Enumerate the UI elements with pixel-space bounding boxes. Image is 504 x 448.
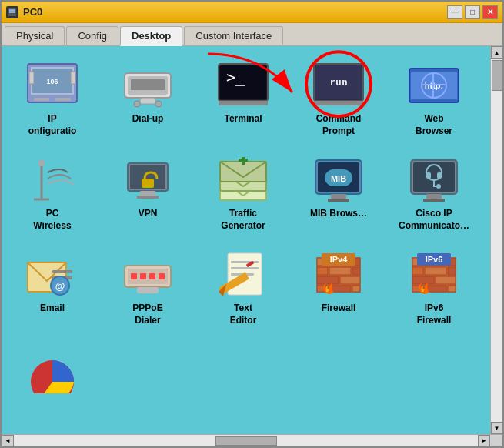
main-window: PC0 — □ ✕ Physical Config Desktop Custom… — [0, 0, 504, 448]
scroll-down-button[interactable]: ▼ — [491, 422, 503, 434]
command-prompt-label: CommandPrompt — [316, 113, 362, 137]
app-firewall[interactable]: IPv4 Firewall — [292, 240, 385, 332]
app-pc-wireless[interactable]: PCWireless — [6, 145, 98, 237]
svg-rect-29 — [432, 73, 434, 98]
app-ipv6-firewall[interactable]: IPv6 IPv6Firewall — [388, 240, 480, 332]
command-prompt-icon: run — [311, 58, 366, 113]
svg-rect-82 — [352, 267, 360, 275]
app-pie-chart[interactable] — [6, 336, 98, 420]
app-mib-browser[interactable]: MIB MIB Brows… — [292, 145, 385, 237]
pc-wireless-icon — [25, 152, 80, 208]
app-terminal[interactable]: >_ Terminal — [197, 51, 289, 142]
vertical-scrollbar: ▲ ▼ — [490, 46, 502, 434]
svg-text:@: @ — [55, 280, 65, 292]
svg-point-54 — [436, 184, 441, 189]
svg-rect-100 — [448, 286, 456, 292]
tab-custom-interface[interactable]: Custom Interface — [184, 26, 283, 45]
svg-rect-69 — [137, 287, 159, 293]
app-email[interactable]: @ Email — [6, 240, 98, 332]
svg-rect-12 — [131, 79, 165, 90]
firewall-label: Firewall — [322, 303, 356, 315]
ipv6-firewall-label: IPv6Firewall — [417, 303, 452, 326]
app-traffic-gen[interactable]: TrafficGenerator — [197, 145, 289, 237]
close-button[interactable]: ✕ — [482, 5, 498, 19]
svg-rect-83 — [317, 276, 339, 284]
hscroll-thumb[interactable] — [215, 436, 277, 446]
svg-text:>_: >_ — [226, 68, 245, 86]
svg-rect-68 — [159, 273, 165, 279]
svg-rect-1 — [9, 9, 15, 13]
window-controls: — □ ✕ — [447, 5, 498, 19]
scrollbar-corner — [490, 435, 502, 447]
window-icon — [6, 6, 18, 18]
svg-text:IPv6: IPv6 — [426, 255, 443, 264]
tab-physical[interactable]: Physical — [5, 26, 65, 45]
desktop-area: 106 IPonfiguratio — [2, 46, 490, 434]
svg-rect-65 — [131, 273, 137, 279]
svg-rect-93 — [412, 267, 423, 275]
traffic-gen-label: TrafficGenerator — [221, 208, 265, 232]
svg-rect-7 — [55, 98, 71, 101]
scroll-track[interactable] — [491, 59, 502, 422]
scroll-right-button[interactable]: ► — [478, 435, 490, 447]
terminal-label: Terminal — [224, 113, 262, 125]
pie-chart-icon — [25, 343, 80, 398]
app-web-browser[interactable]: http: WebBrowser — [388, 51, 480, 142]
svg-rect-52 — [426, 172, 431, 179]
content-area: 106 IPonfiguratio — [2, 46, 502, 446]
hscroll-track[interactable] — [14, 435, 478, 446]
app-pppoe[interactable]: PPPoEDialer — [102, 240, 194, 332]
svg-rect-58 — [52, 270, 72, 273]
app-command-prompt[interactable]: run CommandPrompt — [292, 51, 385, 142]
svg-point-15 — [155, 101, 162, 107]
svg-rect-87 — [352, 286, 360, 292]
app-vpn[interactable]: VPN — [102, 145, 194, 237]
svg-text:106: 106 — [46, 78, 58, 85]
svg-rect-8 — [29, 72, 34, 84]
svg-rect-6 — [34, 98, 49, 101]
tab-desktop[interactable]: Desktop — [120, 26, 182, 46]
svg-rect-55 — [426, 194, 442, 199]
ipv6-firewall-icon: IPv6 — [406, 247, 462, 303]
svg-rect-56 — [423, 199, 445, 202]
app-cisco-ip-comm[interactable]: Cisco IPCommunicato… — [388, 145, 480, 237]
svg-rect-71 — [231, 261, 259, 263]
app-text-editor[interactable]: TextEditor — [197, 240, 289, 332]
svg-point-14 — [134, 101, 140, 107]
web-browser-icon: http: — [406, 58, 462, 113]
svg-rect-42 — [242, 157, 245, 165]
svg-text:IPv4: IPv4 — [330, 255, 349, 264]
window-title: PC0 — [23, 6, 447, 18]
svg-rect-81 — [329, 267, 351, 275]
terminal-icon: >_ — [215, 58, 271, 113]
vpn-label: VPN — [139, 208, 158, 220]
firewall-icon: IPv4 — [311, 247, 366, 303]
svg-rect-13 — [140, 98, 155, 104]
app-ip-config[interactable]: 106 IPonfiguratio — [6, 51, 98, 142]
svg-rect-36 — [140, 191, 155, 196]
svg-rect-67 — [149, 273, 155, 279]
scroll-left-button[interactable]: ◄ — [2, 435, 14, 447]
svg-rect-50 — [413, 162, 455, 192]
traffic-gen-icon — [215, 152, 271, 208]
text-editor-icon — [215, 247, 271, 303]
svg-rect-97 — [436, 276, 456, 284]
svg-rect-47 — [331, 194, 346, 199]
tab-config[interactable]: Config — [66, 26, 118, 45]
mib-browser-label: MIB Brows… — [310, 208, 367, 220]
ip-config-label: IPonfiguratio — [28, 113, 77, 137]
scroll-up-button[interactable]: ▲ — [491, 46, 503, 59]
minimize-button[interactable]: — — [447, 5, 462, 19]
svg-text:run: run — [329, 76, 347, 88]
horizontal-scrollbar: ◄ ► — [2, 434, 502, 446]
svg-rect-19 — [219, 101, 268, 105]
web-browser-label: WebBrowser — [416, 113, 452, 137]
svg-point-32 — [38, 160, 45, 166]
maximize-button[interactable]: □ — [465, 5, 480, 19]
svg-rect-9 — [71, 72, 75, 84]
svg-rect-96 — [412, 276, 434, 284]
scroll-thumb[interactable] — [492, 60, 502, 91]
cisco-ip-comm-icon — [406, 152, 462, 208]
app-dialup[interactable]: Dial-up — [102, 51, 194, 142]
title-bar: PC0 — □ ✕ — [2, 2, 502, 23]
